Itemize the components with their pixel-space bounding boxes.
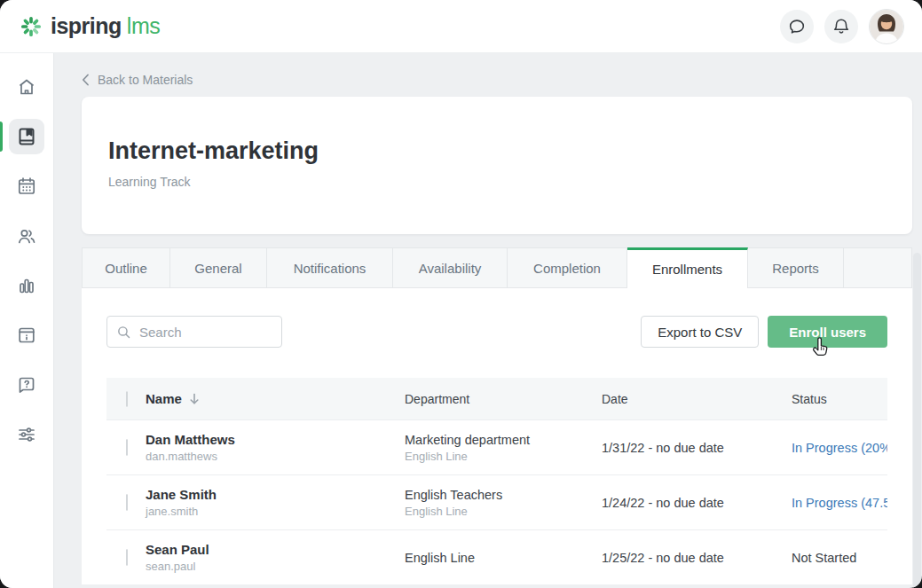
tab-completion[interactable]: Completion bbox=[508, 247, 627, 288]
messages-button[interactable] bbox=[780, 10, 814, 43]
sidebar-nav bbox=[0, 53, 54, 588]
main-content: Back to Materials Internet-marketing Lea… bbox=[54, 53, 922, 588]
sidebar-item-reports[interactable] bbox=[0, 268, 53, 303]
status-link[interactable]: In Progress (20% v… bbox=[792, 441, 887, 455]
tab-availability[interactable]: Availability bbox=[393, 247, 508, 288]
user-login: sean.paul bbox=[146, 560, 405, 573]
logo-product-text: lms bbox=[127, 13, 160, 38]
column-header-date[interactable]: Date bbox=[602, 392, 792, 406]
enrollment-date: 1/24/22 - no due date bbox=[602, 496, 792, 510]
search-input[interactable] bbox=[139, 325, 272, 340]
breadcrumb-label: Back to Materials bbox=[98, 73, 193, 87]
ispring-lms-logo[interactable]: ispringlms bbox=[20, 13, 160, 39]
sidebar-item-calendar[interactable] bbox=[0, 169, 53, 204]
breadcrumb[interactable]: Back to Materials bbox=[82, 73, 193, 87]
course-header-card: Internet-marketing Learning Track bbox=[82, 97, 912, 234]
notifications-button[interactable] bbox=[824, 10, 858, 43]
user-name: Jane Smith bbox=[146, 487, 405, 502]
enroll-users-label: Enroll users bbox=[789, 325, 866, 340]
department-name: Marketing department bbox=[405, 433, 602, 447]
sliders-icon bbox=[9, 417, 44, 452]
export-csv-button[interactable]: Export to CSV bbox=[641, 316, 759, 348]
course-tabs: Outline General Notifications Availabili… bbox=[82, 247, 912, 288]
user-login: dan.matthews bbox=[146, 450, 405, 463]
logo-brand-text: ispring bbox=[51, 13, 122, 38]
search-box[interactable] bbox=[106, 316, 282, 348]
table-row[interactable]: Dan Matthews dan.matthews Marketing depa… bbox=[106, 419, 887, 474]
book-icon bbox=[9, 119, 44, 154]
sidebar-item-materials[interactable] bbox=[0, 119, 53, 154]
enrollments-toolbar: Export to CSV Enroll users bbox=[106, 288, 887, 348]
search-icon bbox=[116, 325, 131, 340]
user-name: Sean Paul bbox=[146, 542, 405, 557]
table-row[interactable]: Jane Smith jane.smith English Teachers E… bbox=[106, 474, 887, 529]
enroll-users-button[interactable]: Enroll users bbox=[768, 316, 887, 348]
department-sub: English Line bbox=[405, 450, 602, 463]
column-header-status[interactable]: Status bbox=[792, 392, 887, 406]
spinner-logo-icon bbox=[20, 15, 43, 38]
select-all-checkbox[interactable] bbox=[126, 391, 128, 407]
status-link[interactable]: In Progress (47.5%… bbox=[792, 496, 887, 510]
status-text: Not Started bbox=[792, 551, 887, 565]
enrollments-panel: Export to CSV Enroll users bbox=[82, 288, 912, 584]
sidebar-item-info[interactable] bbox=[0, 318, 53, 353]
tab-notifications[interactable]: Notifications bbox=[267, 247, 393, 288]
column-header-department[interactable]: Department bbox=[405, 392, 602, 406]
table-row[interactable]: Sean Paul sean.paul English Line 1/25/22… bbox=[106, 529, 887, 584]
sort-arrow-down-icon bbox=[189, 393, 200, 405]
tab-reports[interactable]: Reports bbox=[748, 247, 844, 288]
department-sub: English Line bbox=[405, 505, 602, 518]
sidebar-item-home[interactable] bbox=[0, 69, 53, 105]
user-avatar[interactable] bbox=[869, 9, 904, 44]
sidebar-item-users[interactable] bbox=[0, 218, 53, 254]
row-checkbox[interactable] bbox=[126, 549, 128, 566]
course-type-label: Learning Track bbox=[108, 175, 884, 189]
top-bar-actions bbox=[780, 9, 904, 44]
column-name-label: Name bbox=[146, 391, 182, 406]
top-bar: ispringlms bbox=[0, 0, 922, 53]
bar-chart-icon bbox=[9, 268, 44, 303]
home-icon bbox=[9, 69, 44, 105]
tab-strip-filler bbox=[844, 247, 912, 288]
hand-cursor-icon bbox=[810, 337, 831, 360]
users-icon bbox=[9, 218, 44, 254]
page-title: Internet-marketing bbox=[108, 137, 884, 165]
calendar-icon bbox=[9, 169, 44, 204]
info-board-icon bbox=[9, 318, 44, 353]
help-bubble-icon bbox=[9, 367, 44, 403]
sidebar-item-help[interactable] bbox=[0, 367, 53, 403]
department-name: English Teachers bbox=[405, 488, 602, 502]
department-name: English Line bbox=[405, 551, 602, 565]
app-window: ispringlms bbox=[0, 0, 922, 588]
user-login: jane.smith bbox=[146, 505, 405, 518]
chat-bubble-icon bbox=[787, 17, 807, 36]
tab-outline[interactable]: Outline bbox=[82, 247, 170, 288]
user-name: Dan Matthews bbox=[146, 432, 405, 447]
bell-icon bbox=[831, 17, 851, 36]
enrollment-date: 1/31/22 - no due date bbox=[602, 441, 792, 455]
row-checkbox[interactable] bbox=[126, 494, 128, 511]
table-header-row: Name Department Date Status bbox=[106, 378, 887, 419]
vertical-scrollbar[interactable] bbox=[913, 253, 921, 588]
enrollment-date: 1/25/22 - no due date bbox=[602, 551, 792, 565]
row-checkbox[interactable] bbox=[126, 439, 128, 456]
tab-general[interactable]: General bbox=[170, 247, 267, 288]
column-header-name[interactable]: Name bbox=[146, 391, 405, 406]
sidebar-item-settings[interactable] bbox=[0, 417, 53, 452]
chevron-left-icon bbox=[82, 74, 90, 86]
tab-enrollments[interactable]: Enrollments bbox=[627, 247, 748, 288]
enrollments-table: Name Department Date Status Dan Matthews bbox=[106, 378, 887, 584]
